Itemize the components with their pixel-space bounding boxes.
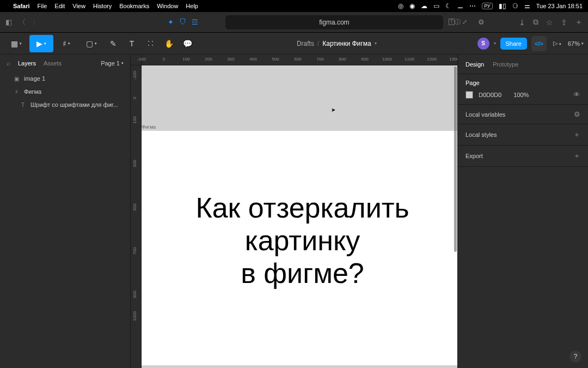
avatar[interactable]: S (477, 38, 489, 50)
frame-text[interactable]: Как отзеркалитькартинкув фигме? (142, 192, 457, 289)
frame-layer-icon: ♯ (13, 89, 20, 95)
bluetooth-icon[interactable]: ⚊ (457, 2, 463, 10)
share-icon[interactable]: ⇪ (561, 18, 567, 27)
pen-tool[interactable]: ✎ (105, 35, 122, 52)
shield-icon[interactable]: ⛉ (179, 18, 186, 26)
menu-bookmarks[interactable]: Bookmarks (119, 3, 149, 9)
visibility-icon[interactable]: 👁 (573, 91, 580, 99)
sidebar-toggle-icon[interactable]: ◧ (5, 18, 12, 26)
menu-view[interactable]: View (72, 3, 85, 9)
forward-button[interactable]: 〉 (32, 17, 39, 27)
tab-layers[interactable]: Layers (18, 60, 36, 67)
text-tool[interactable]: T (123, 35, 140, 52)
variables-settings-icon[interactable]: ⚙ (574, 110, 580, 118)
main-menu-button[interactable]: ▦▾ (4, 35, 28, 52)
resources-tool[interactable]: ⸬ (142, 35, 159, 52)
new-tab-icon[interactable]: ＋ (575, 17, 583, 27)
wifi-icon[interactable]: ⚆ (512, 2, 518, 10)
help-button[interactable]: ? (569, 351, 581, 363)
cursor-icon: ➤ (331, 107, 335, 113)
tracker-icon[interactable]: ✦ (168, 18, 174, 26)
dnd-icon[interactable]: ☾ (445, 2, 451, 10)
breadcrumb-root: Drafts (297, 40, 314, 47)
dots-icon[interactable]: ⋯ (469, 2, 476, 10)
control-center-icon[interactable]: ⚌ (524, 2, 530, 10)
design-panel: Design Prototype Page D0D0D0 100% 👁 Loca… (457, 55, 588, 368)
canvas[interactable]: -100010020030040050060070080090010001100… (131, 55, 457, 368)
page-opacity-value[interactable]: 100% (513, 92, 529, 98)
shape-tool[interactable]: ▢▾ (79, 35, 103, 52)
menu-help[interactable]: Help (186, 3, 198, 9)
ruler-vertical: -10001003005007009001000 (131, 65, 142, 368)
back-button[interactable]: 〈 (19, 17, 26, 27)
move-tool[interactable]: ▶▾ (29, 35, 53, 52)
input-language[interactable]: РУ (482, 3, 493, 9)
hand-tool[interactable]: ✋ (160, 35, 177, 52)
share-button[interactable]: Share (500, 38, 527, 50)
local-styles-title: Local styles (465, 131, 497, 138)
dev-mode-button[interactable]: </> (531, 36, 547, 51)
add-export-icon[interactable]: ＋ (573, 151, 580, 161)
figma-toolbar: ▦▾ ▶▾ ♯▾ ▢▾ ✎ T ⸬ ✋ 💬 Drafts / Картинки … (0, 33, 588, 55)
local-variables-title: Local variables (465, 111, 505, 118)
comment-tool[interactable]: 💬 (179, 35, 196, 52)
bookmark-icon[interactable]: ☆ (546, 18, 553, 27)
layer-item-frame[interactable]: ♯ Фигма (0, 85, 130, 98)
copy-icon[interactable]: ⧉ (533, 17, 538, 27)
export-title: Export (465, 153, 483, 159)
macos-menubar: Safari File Edit View History Bookmarks … (0, 0, 588, 12)
datetime[interactable]: Tue 23 Jan 18:51 (536, 3, 583, 9)
url-bar[interactable]: figma.com (225, 15, 443, 29)
url-text: figma.com (319, 19, 349, 26)
page-color-value[interactable]: D0D0D0 (479, 92, 501, 98)
download-icon[interactable]: ⤓ (519, 18, 525, 27)
add-style-icon[interactable]: ＋ (573, 130, 580, 140)
page-section-title: Page (465, 80, 580, 86)
breadcrumb[interactable]: Drafts / Картинки Фигма ▾ (297, 40, 377, 47)
layer-item-text[interactable]: T Шрифт со шрифтами для фиг... (0, 98, 130, 111)
reader-icon[interactable]: 🅃ⓘ ⤢ (449, 18, 467, 26)
settings-gear-icon[interactable]: ⚙ (478, 18, 485, 26)
avatar-chevron-icon[interactable]: ▾ (494, 41, 496, 46)
display-icon[interactable]: ▭ (433, 2, 439, 10)
menu-history[interactable]: History (93, 3, 112, 9)
frame-label[interactable]: Фигма (142, 124, 156, 130)
app-name[interactable]: Safari (13, 3, 30, 9)
battery-icon[interactable]: ▮▯ (499, 2, 506, 10)
layer-item-image[interactable]: ▣ image 1 (0, 72, 130, 85)
frame-tool[interactable]: ♯▾ (54, 35, 78, 52)
menu-window[interactable]: Window (157, 3, 178, 9)
cloud-icon[interactable]: ☁ (421, 2, 427, 10)
translate-icon[interactable]: ☲ (192, 18, 198, 26)
text-layer-icon: T (20, 102, 26, 108)
menu-edit[interactable]: Edit (54, 3, 65, 9)
ruler-horizontal: -100010020030040050060070080090010001100… (142, 55, 457, 65)
image-layer-icon: ▣ (13, 76, 20, 82)
scrollbar-vertical[interactable] (454, 67, 457, 252)
page-color-swatch[interactable] (465, 91, 473, 99)
status-icon[interactable]: ◎ (398, 2, 403, 10)
present-button[interactable]: ▷ ▾ (553, 40, 561, 47)
safari-toolbar: ◧ 〈 〉 ✦ ⛉ ☲ figma.com 🅃ⓘ ⤢ ⚙ ⤓ ⧉ ☆ ⇪ ＋ (0, 12, 588, 33)
search-icon[interactable]: ⌕ (7, 59, 10, 67)
tab-assets[interactable]: Assets (44, 60, 62, 67)
page-selector[interactable]: Page 1▾ (101, 60, 124, 67)
tab-prototype[interactable]: Prototype (493, 61, 518, 68)
breadcrumb-file: Картинки Фигма (322, 40, 371, 47)
layers-panel: ⌕ Layers Assets Page 1▾ ▣ image 1 ♯ Фигм… (0, 55, 131, 368)
zoom-control[interactable]: 67%▾ (568, 40, 584, 47)
frame-figma[interactable]: Как отзеркалитькартинкув фигме? (142, 131, 457, 365)
tab-design[interactable]: Design (465, 61, 484, 68)
shortcuts-icon[interactable]: ◉ (409, 2, 415, 10)
menu-file[interactable]: File (38, 3, 47, 9)
